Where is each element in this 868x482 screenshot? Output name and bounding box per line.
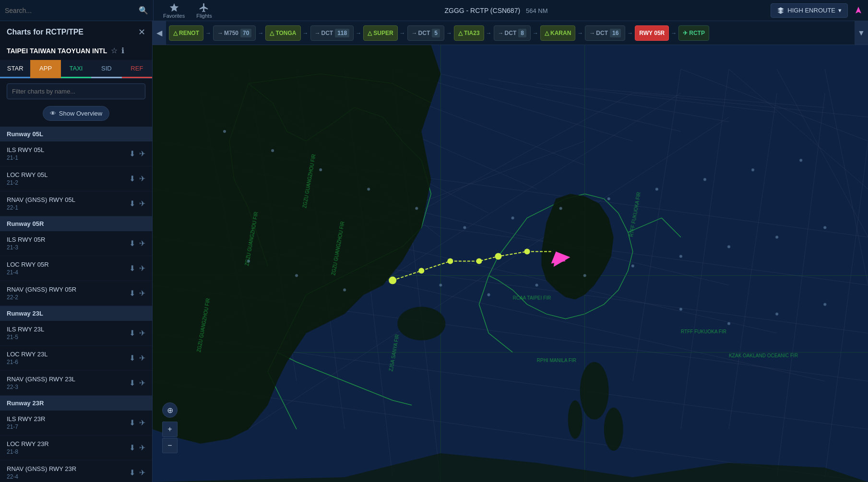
waypoint-chip[interactable]: △KARAN: [540, 25, 575, 41]
chart-item[interactable]: ILS RWY 23R 21-7 ⬇ ✈: [0, 411, 152, 435]
chart-item[interactable]: RNAV (GNSS) RWY 23R 22-4 ⬇ ✈: [0, 460, 152, 482]
svg-point-57: [568, 400, 583, 439]
waypoint-chip[interactable]: △TIA23: [454, 25, 484, 41]
close-button[interactable]: ✕: [138, 27, 145, 37]
download-icon[interactable]: ⬇: [129, 289, 135, 298]
svg-point-97: [583, 274, 586, 277]
chart-name: ILS RWY 23L: [7, 326, 44, 333]
tab-sid[interactable]: SID: [91, 60, 121, 78]
map-area[interactable]: ◀: [153, 45, 868, 482]
svg-point-96: [535, 284, 538, 287]
tab-ref[interactable]: REF: [122, 60, 152, 78]
svg-point-94: [439, 284, 442, 287]
svg-point-104: [727, 322, 730, 325]
tab-app[interactable]: APP: [30, 60, 60, 78]
favorites-nav[interactable]: Favorites: [163, 2, 185, 19]
pin-icon[interactable]: ✈: [139, 264, 145, 273]
pin-icon[interactable]: ✈: [139, 468, 145, 477]
download-icon[interactable]: ⬇: [129, 353, 135, 363]
pin-icon[interactable]: ✈: [139, 378, 145, 388]
chart-name: ILS RWY 05L: [7, 146, 44, 153]
waypoint-chip[interactable]: →DCT5: [407, 25, 444, 41]
wp-label: RENOT: [179, 30, 199, 36]
compass-button[interactable]: ⊕: [162, 402, 178, 418]
pin-icon[interactable]: ✈: [139, 329, 145, 338]
waypoint-chip[interactable]: →DCT118: [310, 25, 354, 41]
show-overview-button[interactable]: 👁 Show Overview: [43, 106, 109, 121]
arrow-icon: →: [589, 30, 595, 36]
chart-item[interactable]: LOC RWY 23R 21-8 ⬇ ✈: [0, 435, 152, 460]
chart-item[interactable]: RNAV (GNSS) RWY 05R 22-2 ⬇ ✈: [0, 281, 152, 306]
chart-name: RNAV (GNSS) RWY 23R: [7, 465, 76, 472]
waypoint-chip[interactable]: →DCT8: [494, 25, 531, 41]
pin-icon[interactable]: ✈: [139, 443, 145, 452]
wp-nm: 70: [240, 29, 251, 37]
search-icon[interactable]: 🔍: [139, 6, 148, 15]
pin-icon[interactable]: ✈: [139, 239, 145, 248]
svg-point-103: [679, 308, 682, 311]
info-icon[interactable]: ℹ: [121, 46, 124, 55]
waypoint-chip[interactable]: →DCT16: [585, 25, 625, 41]
sidebar: Charts for RCTP/TPE ✕ TAIPEI TAIWAN TAOY…: [0, 21, 153, 482]
airport-name: TAIPEI TAIWAN TAOYUAN INTL: [7, 47, 107, 55]
chart-info: ILS RWY 05L 21-1: [7, 146, 44, 161]
scroll-waypoints-button[interactable]: ▼: [855, 21, 868, 45]
chart-item[interactable]: RNAV (GNSS) RWY 05L 22-1 ⬇ ✈: [0, 191, 152, 216]
collapse-waypoints-button[interactable]: ◀: [153, 21, 166, 45]
search-input[interactable]: [5, 7, 137, 14]
waypoint-chip[interactable]: △SUPER: [363, 25, 397, 41]
chart-item[interactable]: LOC RWY 05L 21-2 ⬇ ✈: [0, 166, 152, 191]
waypoints-bar: ◀ △RENOT→→M75070→△TONGA→→DCT118→△SUPER→→…: [153, 21, 868, 45]
chart-item[interactable]: ILS RWY 05L 21-1 ⬇ ✈: [0, 141, 152, 166]
enroute-button[interactable]: HIGH ENROUTE ▾: [771, 3, 848, 18]
pin-icon[interactable]: ✈: [139, 174, 145, 183]
download-icon[interactable]: ⬇: [129, 174, 135, 183]
chart-name: ILS RWY 23R: [7, 415, 45, 423]
chart-item[interactable]: ILS RWY 05R 21-3 ⬇ ✈: [0, 231, 152, 256]
download-icon[interactable]: ⬇: [129, 149, 135, 158]
waypoint-chip[interactable]: △RENOT: [169, 25, 203, 41]
download-icon[interactable]: ⬇: [129, 418, 135, 427]
waypoint-chip[interactable]: RWY 05R: [635, 25, 669, 41]
wp-nm: 16: [610, 29, 621, 37]
pin-icon[interactable]: ✈: [139, 149, 145, 158]
flights-nav[interactable]: Flights: [196, 2, 212, 19]
waypoint-arrow: →: [356, 30, 361, 36]
chart-actions: ⬇ ✈: [129, 174, 145, 183]
svg-point-95: [487, 294, 490, 296]
download-icon[interactable]: ⬇: [129, 443, 135, 452]
svg-point-102: [823, 226, 826, 229]
download-icon[interactable]: ⬇: [129, 239, 135, 248]
download-icon[interactable]: ⬇: [129, 329, 135, 338]
tab-taxi[interactable]: TAXI: [61, 60, 91, 78]
zoom-out-button[interactable]: −: [162, 438, 178, 453]
download-icon[interactable]: ⬇: [129, 468, 135, 477]
waypoint-chip[interactable]: △TONGA: [265, 25, 300, 41]
chart-item[interactable]: LOC RWY 23L 21-6 ⬇ ✈: [0, 346, 152, 371]
chart-info: ILS RWY 05R 21-3: [7, 236, 45, 251]
chart-item[interactable]: RNAV (GNSS) RWY 23L 22-3 ⬇ ✈: [0, 371, 152, 396]
waypoint-chip[interactable]: →M75070: [213, 25, 256, 41]
chart-item[interactable]: ILS RWY 23L 21-5 ⬇ ✈: [0, 321, 152, 346]
route-info: ZGGG - RCTP (CSN687) 564 NM: [222, 7, 771, 14]
waypoint-chip[interactable]: ✈RCTP: [678, 25, 709, 41]
download-icon[interactable]: ⬇: [129, 199, 135, 208]
pin-icon[interactable]: ✈: [139, 418, 145, 427]
chart-name: LOC RWY 23L: [7, 351, 48, 358]
chart-code: 21-6: [7, 359, 48, 365]
download-icon[interactable]: ⬇: [129, 378, 135, 388]
chart-actions: ⬇ ✈: [129, 443, 145, 452]
zoom-in-button[interactable]: +: [162, 422, 178, 437]
wp-label: DCT: [596, 30, 608, 36]
filter-input[interactable]: [7, 83, 145, 99]
svg-marker-0: [856, 7, 861, 13]
pin-icon[interactable]: ✈: [139, 199, 145, 208]
tab-star[interactable]: STAR: [0, 60, 30, 78]
download-icon[interactable]: ⬇: [129, 264, 135, 273]
warning-icon: △: [270, 30, 274, 36]
nav-icons: Favorites Flights: [154, 2, 222, 19]
pin-icon[interactable]: ✈: [139, 353, 145, 363]
chart-item[interactable]: LOC RWY 05R 21-4 ⬇ ✈: [0, 256, 152, 281]
favorite-star-icon[interactable]: ☆: [111, 46, 118, 55]
pin-icon[interactable]: ✈: [139, 289, 145, 298]
